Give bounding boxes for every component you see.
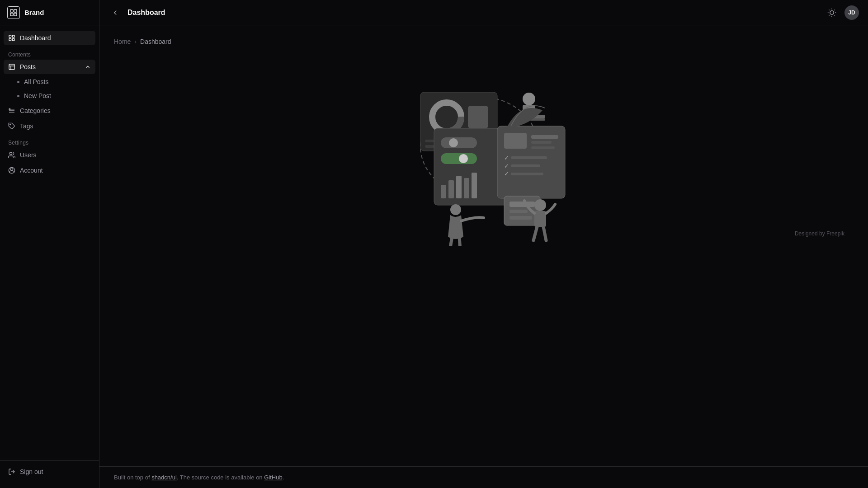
svg-rect-42 xyxy=(441,185,446,198)
svg-rect-55 xyxy=(511,164,540,167)
breadcrumb-home[interactable]: Home xyxy=(114,38,131,45)
svg-line-12 xyxy=(834,9,835,10)
svg-rect-53 xyxy=(511,156,547,159)
brand-icon xyxy=(7,6,20,19)
footer-text-after-link2: . xyxy=(283,474,284,481)
svg-point-41 xyxy=(459,154,468,163)
account-icon xyxy=(8,167,15,174)
svg-text:✓: ✓ xyxy=(504,163,509,169)
sidebar-item-new-post[interactable]: New Post xyxy=(13,89,95,103)
svg-point-21 xyxy=(10,124,11,125)
main-layout: Dashboard Contents Posts xyxy=(0,25,868,488)
sidebar-item-posts-label: Posts xyxy=(20,63,36,70)
sidebar-item-dashboard-label: Dashboard xyxy=(20,34,51,42)
dashboard-visual: ✓ ✓ ✓ xyxy=(114,56,854,246)
svg-rect-15 xyxy=(9,38,11,41)
content-area: Home › Dashboard xyxy=(99,25,868,488)
sidebar-item-users-label: Users xyxy=(20,151,37,159)
users-icon xyxy=(8,151,15,159)
svg-text:✓: ✓ xyxy=(504,170,509,177)
svg-rect-43 xyxy=(448,180,454,198)
svg-rect-0 xyxy=(10,9,13,12)
breadcrumb-separator: › xyxy=(134,38,137,45)
svg-rect-51 xyxy=(531,146,555,149)
sidebar-item-account-label: Account xyxy=(20,167,43,174)
svg-point-23 xyxy=(10,168,13,170)
dashboard-icon xyxy=(8,34,15,42)
topbar-page-title: Dashboard xyxy=(127,9,165,17)
svg-rect-66 xyxy=(534,211,546,227)
svg-rect-13 xyxy=(9,35,11,38)
svg-line-68 xyxy=(543,227,546,240)
sidebar-item-categories[interactable]: Categories xyxy=(4,103,95,118)
svg-line-64 xyxy=(459,237,460,246)
sign-out-label: Sign out xyxy=(20,468,43,475)
sidebar-item-all-posts-label: All Posts xyxy=(24,78,48,85)
svg-rect-44 xyxy=(456,176,462,198)
settings-section-label: Settings xyxy=(4,134,95,148)
svg-rect-59 xyxy=(509,202,535,207)
svg-rect-60 xyxy=(509,210,528,213)
footer-github-link[interactable]: GitHub xyxy=(264,474,282,481)
topbar-main: Dashboard JD xyxy=(99,5,868,20)
svg-line-67 xyxy=(533,227,537,240)
posts-icon xyxy=(8,63,15,70)
svg-rect-61 xyxy=(509,216,532,220)
chevron-up-icon xyxy=(85,64,91,70)
svg-point-39 xyxy=(449,138,458,147)
svg-rect-38 xyxy=(441,137,477,148)
sidebar-item-all-posts[interactable]: All Posts xyxy=(13,75,95,89)
collapse-sidebar-button[interactable] xyxy=(108,6,122,19)
svg-rect-2 xyxy=(10,13,13,16)
sidebar-footer: Sign out xyxy=(0,460,99,483)
topbar-left: Dashboard xyxy=(108,6,165,19)
content-inner: Home › Dashboard xyxy=(99,25,868,466)
svg-rect-14 xyxy=(12,35,14,38)
dot-icon xyxy=(17,81,19,83)
freepik-credit: Designed by Freepik xyxy=(795,230,844,237)
sidebar-item-posts[interactable]: Posts xyxy=(4,60,95,74)
sidebar-item-dashboard[interactable]: Dashboard xyxy=(4,31,95,45)
sidebar-item-new-post-label: New Post xyxy=(24,92,51,99)
svg-rect-17 xyxy=(9,64,14,70)
sidebar: Dashboard Contents Posts xyxy=(0,25,99,488)
sidebar-header: Brand xyxy=(0,0,99,25)
svg-line-63 xyxy=(450,237,452,246)
sidebar-item-tags-label: Tags xyxy=(20,122,33,130)
sign-out-button[interactable]: Sign out xyxy=(4,465,95,479)
posts-parent-left: Posts xyxy=(8,63,36,70)
footer-text-after-link1: . The source code is available on xyxy=(177,474,264,481)
theme-toggle-button[interactable] xyxy=(825,5,839,20)
svg-rect-16 xyxy=(12,38,14,41)
svg-point-22 xyxy=(9,152,12,155)
categories-icon xyxy=(8,107,15,114)
svg-line-8 xyxy=(834,15,835,15)
tags-icon xyxy=(8,122,15,130)
svg-point-65 xyxy=(534,199,546,211)
sign-out-icon xyxy=(8,468,15,475)
svg-rect-50 xyxy=(531,141,552,144)
contents-section-label: Contents xyxy=(4,46,95,60)
svg-rect-3 xyxy=(14,13,17,16)
svg-rect-1 xyxy=(14,9,17,12)
topbar-right: JD xyxy=(825,5,859,20)
brand-name: Brand xyxy=(24,9,44,16)
footer-bar: Built on top of shadcn/ui. The source co… xyxy=(99,466,868,488)
breadcrumb-current: Dashboard xyxy=(140,38,171,45)
user-avatar[interactable]: JD xyxy=(844,5,859,20)
dashboard-illustration: ✓ ✓ ✓ xyxy=(389,56,579,246)
sidebar-nav: Dashboard Contents Posts xyxy=(0,31,99,460)
sidebar-item-users[interactable]: Users xyxy=(4,148,95,162)
topbar: Brand Dashboard xyxy=(0,0,868,25)
posts-group: Posts All Posts New Post xyxy=(4,60,95,103)
footer-text: Built on top of shadcn/ui. The source co… xyxy=(114,474,284,481)
footer-text-before-link1: Built on top of xyxy=(114,474,151,481)
svg-line-11 xyxy=(829,15,830,15)
svg-rect-49 xyxy=(531,135,558,139)
footer-shadcn-link[interactable]: shadcn/ui xyxy=(151,474,177,481)
sidebar-item-account[interactable]: Account xyxy=(4,163,95,178)
svg-rect-45 xyxy=(464,178,469,198)
svg-rect-30 xyxy=(468,106,488,128)
svg-rect-46 xyxy=(472,173,477,198)
sidebar-item-tags[interactable]: Tags xyxy=(4,119,95,133)
